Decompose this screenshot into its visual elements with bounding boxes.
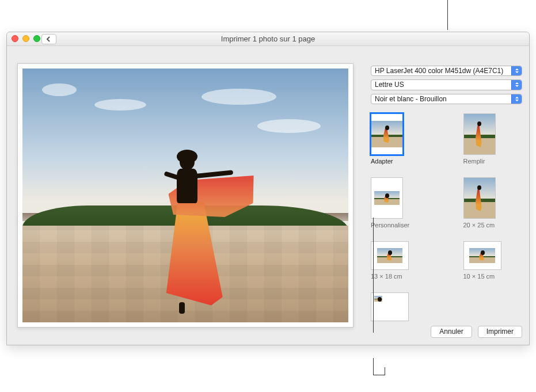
- print-preview-area: [7, 46, 364, 345]
- layout-option[interactable]: 10 × 15 cm: [463, 241, 501, 280]
- chevron-left-icon: [46, 36, 52, 42]
- annotation-line: [373, 358, 374, 375]
- photo-icon: [371, 121, 402, 147]
- back-button[interactable]: [41, 34, 56, 44]
- print-options-panel: HP LaserJet 400 color M451dw (A4E7C1) Le…: [364, 46, 529, 345]
- layout-option[interactable]: [371, 292, 409, 321]
- preview-photo: [22, 68, 348, 322]
- dropdown-caret-icon: [511, 66, 522, 75]
- print-button[interactable]: Imprimer: [478, 326, 522, 338]
- dialog-footer: Annuler Imprimer: [371, 321, 522, 338]
- photo-icon: [377, 248, 403, 264]
- layout-label: Personnaliser: [371, 222, 409, 229]
- layout-thumbnail: [371, 113, 403, 155]
- layout-label: Remplir: [463, 158, 485, 165]
- titlebar: Imprimer 1 photo sur 1 page: [7, 32, 529, 46]
- layout-thumbnail: [463, 241, 501, 270]
- preview-page: [17, 63, 353, 328]
- layout-option[interactable]: Remplir: [463, 113, 501, 165]
- window-title: Imprimer 1 photo sur 1 page: [7, 35, 529, 43]
- layout-label: Adapter: [371, 158, 393, 165]
- layout-thumbnail: [463, 177, 496, 219]
- layout-label: 10 × 15 cm: [463, 273, 495, 280]
- photo-icon: [464, 178, 495, 218]
- photo-icon: [374, 296, 382, 302]
- layout-thumbnail: [371, 177, 403, 219]
- zoom-icon[interactable]: [33, 35, 40, 42]
- layout-label: 20 × 25 cm: [463, 222, 495, 229]
- annotation-line-top: [447, 0, 448, 30]
- photo-icon: [374, 191, 399, 205]
- layout-option[interactable]: Personnaliser: [371, 177, 409, 229]
- paper-size-select[interactable]: Lettre US: [371, 79, 522, 90]
- layout-thumbnail: [371, 292, 409, 321]
- layout-thumbnail: [371, 241, 409, 270]
- window-controls: [12, 35, 40, 42]
- printer-select-value: HP LaserJet 400 color M451dw (A4E7C1): [375, 67, 503, 75]
- annotation-line: [385, 367, 385, 375]
- print-quality-value: Noir et blanc - Brouillon: [375, 95, 447, 103]
- layout-option[interactable]: Adapter: [371, 113, 409, 165]
- layout-option[interactable]: 13 × 18 cm: [371, 241, 409, 280]
- dropdown-caret-icon: [511, 94, 522, 104]
- minimize-icon[interactable]: [22, 35, 29, 42]
- layout-thumbnail: [463, 113, 496, 155]
- annotation-line: [373, 375, 385, 375]
- print-quality-select[interactable]: Noir et blanc - Brouillon: [371, 94, 522, 104]
- print-dialog-window: Imprimer 1 photo sur 1 page: [6, 32, 530, 345]
- dropdown-caret-icon: [511, 80, 522, 89]
- layout-label: 13 × 18 cm: [371, 273, 402, 280]
- close-icon[interactable]: [12, 35, 18, 42]
- layout-option[interactable]: 20 × 25 cm: [463, 177, 501, 229]
- printer-select[interactable]: HP LaserJet 400 color M451dw (A4E7C1): [371, 66, 522, 76]
- layout-grid: AdapterRemplirPersonnaliser20 × 25 cm13 …: [371, 113, 522, 321]
- photo-icon: [464, 114, 495, 154]
- paper-size-value: Lettre US: [375, 81, 404, 89]
- photo-icon: [469, 248, 495, 264]
- cancel-button[interactable]: Annuler: [431, 326, 472, 338]
